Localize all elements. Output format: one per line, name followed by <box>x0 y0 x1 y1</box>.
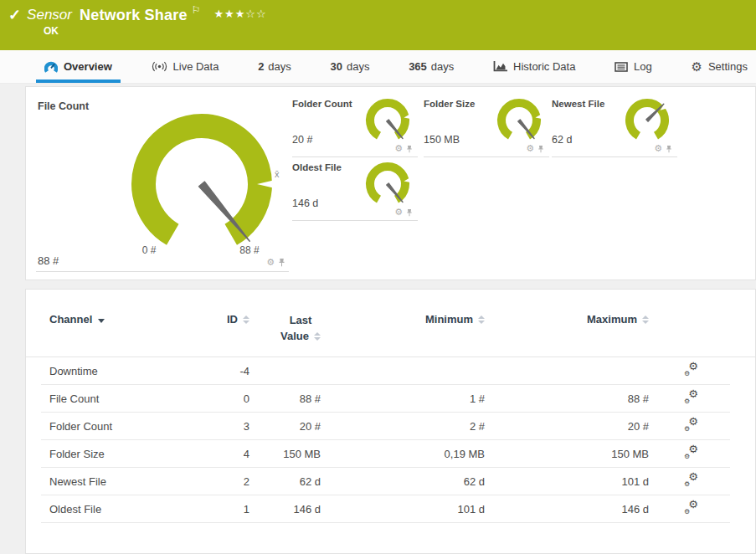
tab-overview[interactable]: Overview <box>38 50 119 83</box>
channel-name[interactable]: File Count <box>26 392 200 405</box>
channel-minimum: 0,19 MB <box>321 448 485 460</box>
prtg-sensor-page: ✓ Sensor Network Share ⚐ ★★★☆☆ OK Overvi… <box>0 0 756 554</box>
tab-live-data[interactable]: Live Data <box>145 50 226 83</box>
channel-table-body: Downtime -4 ⚙⚙ File Count 0 88 # 1 # 88 … <box>26 357 755 523</box>
pin-icon[interactable] <box>406 145 413 153</box>
gauge-current-value: 146 d <box>292 197 318 209</box>
channel-name[interactable]: Folder Size <box>26 448 200 460</box>
object-kind-label: Sensor <box>27 7 72 23</box>
gauge-title: Folder Count <box>292 99 352 109</box>
channel-minimum: 2 # <box>321 420 485 433</box>
col-header-channel[interactable]: Channel <box>26 313 200 326</box>
gauge-tile-oldest-file: Oldest File 146 d ⚙ <box>292 157 418 221</box>
channel-minimum: 1 # <box>321 392 485 405</box>
tab-label: days <box>431 60 454 73</box>
gauge-settings-gear-icon[interactable]: ⚙ <box>266 258 275 267</box>
log-icon <box>615 62 628 72</box>
pin-icon[interactable] <box>406 208 413 217</box>
gauge-icon <box>44 61 58 73</box>
channel-id: 4 <box>200 448 249 460</box>
small-gauges-grid: Folder Count 20 # ⚙ Folder Size 150 MB ⚙… <box>292 94 753 278</box>
col-header-value-label: Value <box>280 329 309 345</box>
col-header-maximum[interactable]: Maximum <box>485 313 649 326</box>
small-gauge <box>363 95 414 146</box>
col-header-last-value[interactable]: Last Value <box>249 313 321 345</box>
tab-30-days[interactable]: 30 days <box>324 50 377 83</box>
col-header-last-label: Last <box>290 313 312 329</box>
channel-maximum: 20 # <box>485 420 649 433</box>
tab-settings[interactable]: ⚙ Settings <box>685 50 754 83</box>
gauge-tile-folder-size: Folder Size 150 MB ⚙ <box>424 94 549 157</box>
channel-settings-icon[interactable]: ⚙⚙ <box>684 474 698 487</box>
tab-log[interactable]: Log <box>608 50 659 83</box>
channel-name[interactable]: Newest File <box>26 475 200 488</box>
gauge-current-value: 62 d <box>552 134 572 146</box>
channel-last-value: 62 d <box>249 475 321 488</box>
gauge-settings-gear-icon[interactable]: ⚙ <box>526 144 534 153</box>
gauges-panel: File Count x̄ 0 # 88 # 88 # ⚙ Folder Cou… <box>25 86 756 280</box>
priority-stars[interactable]: ★★★☆☆ <box>213 8 266 20</box>
channel-table-panel: Channel ID Last Value Minimum Maximum Do… <box>25 289 756 554</box>
gauge-current-value: 88 # <box>38 254 59 267</box>
channel-name[interactable]: Downtime <box>26 365 200 377</box>
channel-settings-icon[interactable]: ⚙⚙ <box>684 446 698 459</box>
gauge-current-value: 150 MB <box>424 134 460 146</box>
historic-data-icon <box>493 61 507 72</box>
channel-settings-icon[interactable]: ⚙⚙ <box>684 391 698 404</box>
sort-desc-caret-icon <box>98 319 105 323</box>
average-marker-label: x̄ <box>275 169 280 179</box>
channel-id: 0 <box>200 392 249 405</box>
status-check-icon: ✓ <box>8 6 21 24</box>
col-header-channel-label: Channel <box>49 313 92 326</box>
tab-number: 2 <box>258 60 264 73</box>
gauge-tile-folder-count: Folder Count 20 # ⚙ <box>292 94 418 157</box>
col-header-minimum-label: Minimum <box>425 313 473 326</box>
gauge-tools: ⚙ <box>394 144 413 153</box>
channel-settings-icon[interactable]: ⚙⚙ <box>684 501 698 515</box>
channel-row: Downtime -4 ⚙⚙ <box>26 357 755 385</box>
gauge-scale-max: 88 # <box>239 244 259 256</box>
channel-id: 2 <box>200 475 249 488</box>
channel-row: Folder Count 3 20 # 2 # 20 # ⚙⚙ <box>26 413 755 440</box>
gauge-tile-file-count: File Count x̄ 0 # 88 # 88 # ⚙ <box>36 95 289 272</box>
channel-row: File Count 0 88 # 1 # 88 # ⚙⚙ <box>26 385 755 413</box>
tab-365-days[interactable]: 365 days <box>402 50 460 83</box>
tab-number: 365 <box>409 60 427 73</box>
flag-icon[interactable]: ⚐ <box>192 4 201 16</box>
gauge-settings-gear-icon[interactable]: ⚙ <box>394 144 403 153</box>
channel-maximum: 150 MB <box>485 448 649 460</box>
tab-historic-data[interactable]: Historic Data <box>486 50 582 83</box>
channel-settings-icon[interactable]: ⚙⚙ <box>684 363 698 377</box>
channel-last-value: 150 MB <box>249 448 321 460</box>
gauge-tools: ⚙ <box>394 208 413 217</box>
channel-id: 1 <box>200 503 249 516</box>
gauge-tools: ⚙ <box>526 144 544 153</box>
stars-filled[interactable]: ★★★ <box>213 8 245 20</box>
pin-icon[interactable] <box>666 145 672 153</box>
channel-name[interactable]: Oldest File <box>26 503 200 516</box>
pin-icon[interactable] <box>278 258 285 267</box>
table-header-row: Channel ID Last Value Minimum Maximum <box>26 313 755 345</box>
tab-2-days[interactable]: 2 days <box>251 50 298 83</box>
tab-label: days <box>347 60 369 73</box>
channel-last-value: 146 d <box>249 503 321 516</box>
file-count-gauge <box>93 97 302 252</box>
gauge-current-value: 20 # <box>292 134 312 146</box>
channel-name[interactable]: Folder Count <box>26 420 200 433</box>
sort-arrows-icon <box>478 315 485 324</box>
channel-row: Folder Size 4 150 MB 0,19 MB 150 MB ⚙⚙ <box>26 440 755 468</box>
channel-settings-icon[interactable]: ⚙⚙ <box>684 418 698 432</box>
sort-arrows-icon <box>642 315 649 324</box>
pin-icon[interactable] <box>537 145 544 153</box>
tab-number: 30 <box>331 60 342 73</box>
stars-empty[interactable]: ☆☆ <box>245 8 266 20</box>
tab-label: Log <box>634 60 652 73</box>
channel-maximum: 88 # <box>485 392 649 405</box>
live-data-icon <box>152 61 167 72</box>
col-header-id[interactable]: ID <box>200 313 249 326</box>
gauge-scale-min: 0 # <box>142 244 157 256</box>
gauge-settings-gear-icon[interactable]: ⚙ <box>654 144 662 153</box>
col-header-minimum[interactable]: Minimum <box>321 313 485 326</box>
channel-maximum: 101 d <box>485 475 649 488</box>
gauge-settings-gear-icon[interactable]: ⚙ <box>394 208 403 217</box>
